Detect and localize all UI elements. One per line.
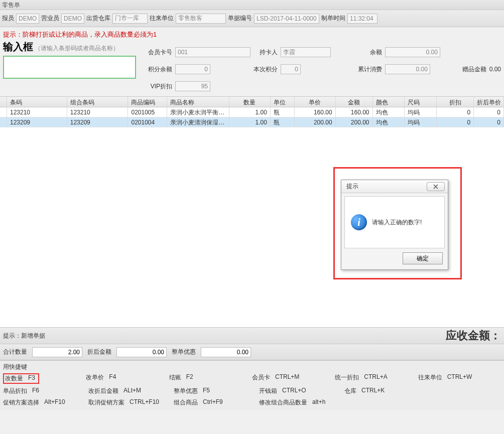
- shortcut-key: F4: [109, 373, 116, 384]
- grid-header-cell[interactable]: 颜色: [373, 97, 405, 108]
- grid-cell: 瓶: [271, 117, 295, 127]
- dialog-ok-button[interactable]: 确定: [403, 252, 443, 264]
- grid-header-cell[interactable]: 金额: [336, 97, 373, 108]
- member-panel: 会员卡号 持卡人 余额 积分余额 本次积分 累计消费 赠品金额 0.00 VIP…: [148, 40, 501, 93]
- whole-discount-field: [201, 347, 251, 357]
- partner-field[interactable]: [176, 14, 226, 24]
- vip-field: [175, 81, 210, 91]
- grid-header-cell[interactable]: [0, 97, 7, 108]
- total-qty-label: 合计数量: [3, 348, 27, 356]
- grid-header-cell[interactable]: 折后单价: [474, 97, 504, 108]
- shortcut-item: 组合商品Ctrl+F9: [174, 398, 259, 407]
- shortcut-item: 统一折扣CTRL+A: [335, 373, 418, 384]
- grid-header-cell[interactable]: 数量: [229, 97, 271, 108]
- shortcut-name: 组合商品: [174, 398, 198, 407]
- time-label: 制单时间: [321, 14, 345, 23]
- grid-cell: 0201005: [128, 107, 167, 117]
- shortcut-item: 开钱箱CTRL+O: [259, 387, 344, 395]
- grid-cell: 0: [437, 117, 474, 127]
- top-toolbar: 报员 营业员 出货仓库 往来单位 单据编号 制单时间: [0, 10, 504, 27]
- sales-label: 营业员: [41, 14, 59, 23]
- grid-header-cell[interactable]: 组合条码: [67, 97, 129, 108]
- barcode-input[interactable]: [3, 56, 136, 79]
- grid-header-cell[interactable]: 商品名称: [167, 97, 229, 108]
- grid-header[interactable]: 条码组合条码商品编码商品名称数量单位单价金额颜色尺码折扣折后单价: [0, 96, 504, 107]
- grid-cell: [0, 107, 7, 117]
- grid-header-cell[interactable]: 单价: [295, 97, 336, 108]
- thispoints-field: [281, 64, 301, 74]
- points-field: [175, 64, 210, 74]
- balance-label: 余额: [358, 48, 382, 57]
- grid-cell: 123209: [7, 117, 67, 127]
- totals-row: 合计数量 折后金额 整单优惠: [0, 344, 504, 360]
- grid-cell: [0, 117, 7, 127]
- shortcut-key: alt+h: [312, 398, 325, 407]
- shortcut-key: CTRL+M: [275, 373, 299, 384]
- warehouse-field[interactable]: [112, 14, 148, 24]
- shortcut-name: 修改组合商品数量: [259, 398, 307, 407]
- dialog-highlight: 提示 i 请输入正确的数字! 确定: [333, 167, 462, 279]
- grid-header-cell[interactable]: 尺码: [405, 97, 437, 108]
- thispoints-label: 本次积分: [254, 65, 278, 74]
- sales-field[interactable]: [61, 14, 84, 24]
- shortcut-key: CTRL+F10: [130, 398, 159, 407]
- grid-cell: 160.00: [336, 107, 373, 117]
- grid-cell: 瓶: [271, 107, 295, 117]
- status-hint-label: 提示：: [3, 332, 21, 339]
- window-title: 零售单: [2, 2, 20, 9]
- shortcut-key: ALt+M: [123, 387, 141, 395]
- shortcut-title: 用快捷键: [3, 363, 501, 371]
- billno-field: [254, 14, 319, 24]
- grid-header-cell[interactable]: 单位: [271, 97, 295, 108]
- status-hint-value: 新增单据: [21, 332, 45, 339]
- grid-cell: 亲润小麦水润平衡…: [167, 107, 229, 117]
- alert-dialog: 提示 i 请输入正确的数字! 确定: [341, 180, 448, 270]
- grid-cell: 0: [437, 107, 474, 117]
- shortcut-item: 改单价F4: [86, 373, 169, 384]
- balance-field: [385, 47, 440, 57]
- shortcut-key: F5: [203, 387, 210, 395]
- shortcut-item: 单品折扣F6: [3, 387, 88, 395]
- dialog-title: 提示: [346, 182, 358, 191]
- shortcut-key: Alt+F10: [44, 398, 65, 407]
- total-qty-field: [32, 347, 82, 357]
- grid-header-cell[interactable]: 条码: [7, 97, 67, 108]
- table-row[interactable]: 1232101232100201005亲润小麦水润平衡…1.00瓶160.001…: [0, 107, 504, 117]
- shortcut-key: Ctrl+F9: [203, 398, 223, 407]
- grid-cell: 123210: [7, 107, 67, 117]
- shortcut-key: F2: [186, 373, 193, 384]
- shortcut-key: CTRL+K: [361, 387, 385, 395]
- dialog-close-button[interactable]: [427, 182, 445, 191]
- card-field[interactable]: [175, 47, 250, 57]
- shortcut-item: 仓库CTRL+K: [344, 387, 430, 395]
- grid-header-cell[interactable]: 折扣: [437, 97, 474, 108]
- shortcut-key: CTRL+A: [364, 373, 387, 384]
- billno-label: 单据编号: [228, 14, 252, 23]
- grid-cell: 0201004: [128, 117, 167, 127]
- grid-header-cell[interactable]: 商品编码: [128, 97, 167, 108]
- grid-cell: 0: [474, 117, 504, 127]
- shortcut-item: 修改组合商品数量alt+h: [259, 398, 344, 407]
- shortcut-item: 往来单位CTRL+W: [418, 373, 501, 384]
- shortcut-panel: 用快捷键 改数量F3改单价F4结账F2会员卡CTRL+M统一折扣CTRL+A往来…: [0, 360, 504, 410]
- shortcut-name: 改折后金额: [88, 387, 118, 395]
- table-row[interactable]: 1232091232090201004亲润小麦清润保湿…1.00瓶200.002…: [0, 117, 504, 127]
- shortcut-key: F3: [28, 374, 35, 383]
- whole-discount-label: 整单优惠: [172, 348, 196, 356]
- shortcut-name: 取消促销方案: [88, 398, 124, 407]
- gift-label: 赠品金额: [462, 65, 486, 74]
- vip-label: VIP折扣: [148, 82, 172, 91]
- after-amount-label: 折后金额: [87, 348, 111, 356]
- grid-cell: 均色: [373, 107, 405, 117]
- grid-cell: 亲润小麦清润保湿…: [167, 117, 229, 127]
- clerk-field[interactable]: [16, 14, 39, 24]
- shortcut-item: 改折后金额ALt+M: [88, 387, 174, 395]
- shortcut-key: CTRL+W: [447, 373, 472, 384]
- grid-cell: 160.00: [295, 107, 336, 117]
- gift-value: 0.00: [489, 66, 501, 73]
- inputbox-title: 输入框: [3, 40, 33, 54]
- shortcut-name: 往来单位: [418, 373, 442, 384]
- holder-label: 持卡人: [254, 48, 278, 57]
- inputbox-subhint: （请输入条形码或者商品名称）: [35, 45, 119, 52]
- amount-due-label: 应收金额：: [446, 328, 501, 343]
